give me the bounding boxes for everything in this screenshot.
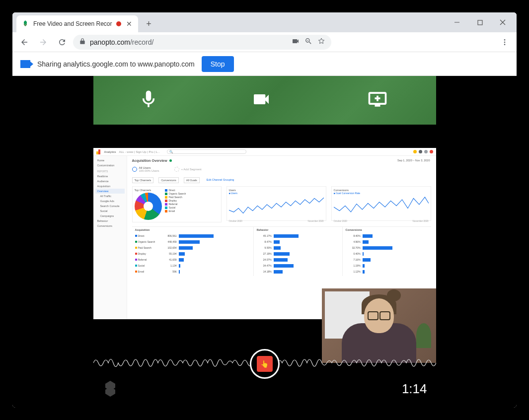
analytics-search[interactable]: 🔍 bbox=[167, 149, 246, 154]
sidebar-item[interactable]: Home bbox=[95, 158, 125, 163]
sidebar-item[interactable]: Realtime bbox=[95, 174, 125, 179]
analytics-sidebar: Home Customization REPORTS Realtime Audi… bbox=[93, 156, 127, 319]
sidebar-item[interactable]: Social bbox=[95, 209, 125, 213]
new-tab-button[interactable]: + bbox=[142, 17, 156, 31]
conversions-line-chart: Conversions ■ Goal Conversion Rate Octob… bbox=[331, 186, 431, 221]
screen-share-infobar: Sharing analytics.google.com to www.pano… bbox=[12, 52, 517, 76]
reload-button[interactable] bbox=[54, 34, 70, 50]
analytics-view-label: ALL - www | Sign Up | Pro | L... bbox=[119, 150, 160, 153]
browser-titlebar: Free Video and Screen Recor ✕ + bbox=[12, 12, 517, 32]
share-icon bbox=[20, 60, 30, 68]
sidebar-item[interactable]: Audience bbox=[95, 179, 125, 184]
recorder-source-toolbar bbox=[93, 76, 436, 125]
webcam-preview[interactable] bbox=[322, 288, 436, 363]
users-line-chart: Users ■ Users October 2020November 2020 bbox=[227, 186, 326, 221]
url-text: panopto.com/record/ bbox=[90, 38, 153, 46]
sidebar-item-overview[interactable]: Overview bbox=[95, 189, 125, 194]
address-bar: panopto.com/record/ bbox=[12, 32, 517, 52]
back-button[interactable] bbox=[16, 34, 32, 50]
star-icon[interactable] bbox=[317, 37, 325, 47]
cursor-pointer-icon: 👆 bbox=[260, 360, 269, 368]
sidebar-item[interactable]: Behavior bbox=[95, 218, 125, 223]
minimize-button[interactable] bbox=[450, 15, 464, 29]
stop-sharing-button[interactable]: Stop bbox=[202, 56, 234, 72]
browser-tab[interactable]: Free Video and Screen Recor ✕ bbox=[16, 15, 138, 32]
sidebar-item[interactable]: Google Ads bbox=[95, 199, 125, 204]
zoom-icon[interactable] bbox=[304, 37, 312, 47]
maximize-button[interactable] bbox=[473, 15, 487, 29]
svg-rect-8 bbox=[98, 149, 100, 154]
panopto-logo-icon bbox=[100, 379, 120, 399]
tab-top-channels[interactable]: Top Channels bbox=[132, 177, 154, 183]
sidebar-item[interactable]: Campaigns bbox=[95, 213, 125, 218]
sidebar-item[interactable]: Search Console bbox=[95, 204, 125, 209]
page-content: Analytics ALL - www | Sign Up | Pro | L.… bbox=[12, 76, 517, 408]
browser-window: Free Video and Screen Recor ✕ + panopto.… bbox=[12, 12, 517, 408]
svg-point-4 bbox=[504, 39, 506, 41]
tab-close-button[interactable]: ✕ bbox=[125, 20, 133, 28]
url-input[interactable]: panopto.com/record/ bbox=[73, 35, 331, 50]
microphone-icon[interactable] bbox=[138, 87, 159, 113]
window-controls bbox=[446, 12, 514, 32]
channels-table: Acquisition Direct806,561 Organic Search… bbox=[132, 226, 431, 276]
report-title: Acquisition Overview bbox=[132, 159, 431, 162]
forward-button[interactable] bbox=[35, 34, 51, 50]
video-camera-icon[interactable] bbox=[248, 89, 274, 111]
svg-point-5 bbox=[504, 41, 506, 43]
date-range[interactable]: Sep 1, 2020 – Nov 3, 2020 bbox=[397, 159, 430, 162]
sidebar-item[interactable]: Conversions bbox=[95, 223, 125, 228]
stop-recording-button[interactable]: 👆 bbox=[250, 349, 280, 379]
svg-rect-7 bbox=[96, 151, 98, 154]
share-message: Sharing analytics.google.com to www.pano… bbox=[37, 60, 195, 68]
tab-favicon bbox=[21, 20, 29, 28]
analytics-product-label: Analytics bbox=[104, 150, 116, 153]
svg-rect-1 bbox=[478, 20, 482, 25]
sidebar-item[interactable]: Acquisition bbox=[95, 184, 125, 189]
recording-indicator-icon bbox=[116, 21, 121, 26]
recorder-stage: Analytics ALL - www | Sign Up | Pro | L.… bbox=[93, 76, 436, 408]
tab-title: Free Video and Screen Recor bbox=[33, 20, 112, 27]
camera-icon[interactable] bbox=[292, 37, 300, 47]
recording-timer: 1:14 bbox=[402, 381, 427, 397]
browser-menu-button[interactable] bbox=[497, 34, 513, 50]
channels-pie-chart: Top Channels Direct Organic Search Paid … bbox=[132, 186, 222, 222]
sidebar-item[interactable]: All Traffic bbox=[95, 194, 125, 199]
sidebar-item[interactable]: Customization bbox=[95, 163, 125, 168]
screen-share-add-icon[interactable] bbox=[364, 88, 391, 112]
close-window-button[interactable] bbox=[496, 15, 510, 29]
lock-icon bbox=[79, 38, 86, 46]
svg-point-6 bbox=[504, 44, 506, 45]
